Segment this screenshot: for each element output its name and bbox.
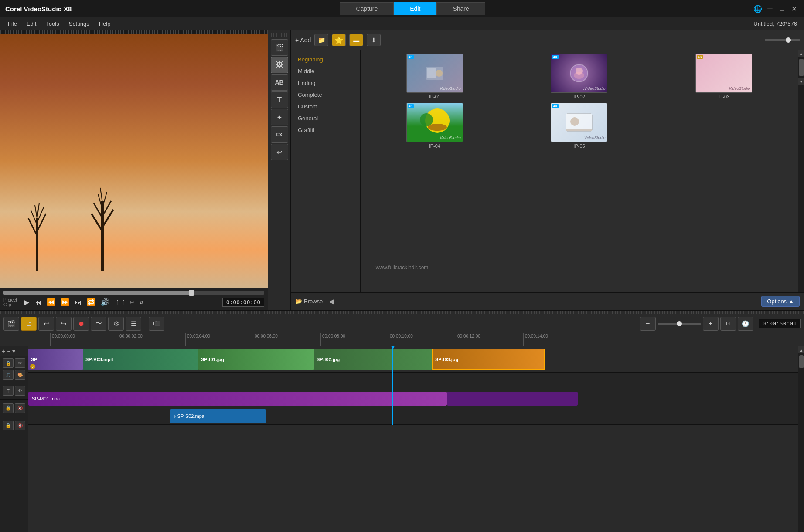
title-vis-button[interactable]: 👁 — [15, 386, 25, 396]
cat-beginning[interactable]: Beginning — [291, 54, 360, 65]
cat-ending[interactable]: Ending — [291, 77, 360, 89]
globe-icon[interactable]: 🌐 — [753, 5, 762, 13]
mark-out-button[interactable]: ] — [121, 298, 126, 306]
right-scrollbar[interactable]: ▲ ▼ — [798, 50, 804, 292]
video-mute-button[interactable]: 👁 — [15, 358, 25, 368]
mark-in-button[interactable]: [ — [115, 298, 119, 306]
video-lock-button[interactable]: 🔒 — [3, 358, 14, 368]
text-button[interactable]: AB — [271, 74, 288, 91]
maximize-button[interactable]: □ — [778, 5, 787, 13]
track-manager-button[interactable]: ☰ — [126, 317, 141, 331]
title-lock-button[interactable]: T — [3, 386, 14, 396]
video-color-btn[interactable]: 🎨 — [15, 370, 25, 380]
add-track-button[interactable]: + — [2, 348, 5, 355]
cat-general[interactable]: General — [291, 112, 360, 124]
tab-edit[interactable]: Edit — [394, 2, 436, 15]
remove-track-button[interactable]: − — [7, 348, 10, 355]
size-slider[interactable] — [765, 39, 800, 41]
cut-button[interactable]: ✂ — [128, 298, 136, 306]
clip-sp-i02[interactable]: SP-I02.jpg — [314, 349, 432, 370]
smart-proxy-button[interactable]: 〜 — [91, 317, 106, 331]
play-button[interactable]: ▶ — [22, 297, 31, 307]
audio-mute-button[interactable]: 🔇 — [15, 421, 25, 430]
step-forward-button[interactable]: ⏩ — [59, 297, 71, 307]
volume-button[interactable]: 🔊 — [99, 297, 111, 307]
record-button[interactable]: ⏺ — [73, 317, 89, 331]
playhead[interactable] — [392, 346, 393, 425]
skip-start-button[interactable]: ⏮ — [33, 298, 43, 307]
progress-bar[interactable] — [3, 291, 264, 295]
scroll-down-button[interactable]: ▼ — [798, 78, 804, 85]
thumbnail-ip01[interactable]: 4K VideoStudio IP-01 — [364, 54, 505, 99]
thumbnail-ip04[interactable]: 4K VideoStudio IP-04 — [364, 103, 505, 149]
redo-timeline-button[interactable]: ↪ — [56, 317, 72, 331]
collapse-panel-button[interactable]: ◀ — [326, 296, 337, 306]
fx-button[interactable]: FX — [271, 126, 288, 143]
progress-handle[interactable] — [189, 290, 194, 296]
browse-button[interactable]: 📂 Browse — [295, 298, 323, 305]
menu-help[interactable]: Help — [95, 19, 115, 29]
clip-sp[interactable]: SP ♪ — [28, 349, 83, 370]
thumbnail-ip02[interactable]: 4K .VideoStudio IP-02 — [509, 54, 650, 99]
video-audio-btn[interactable]: 🎵 — [3, 370, 14, 380]
track-options-button[interactable]: ▾ — [12, 348, 15, 355]
cat-middle[interactable]: Middle — [291, 65, 360, 77]
cat-graffiti[interactable]: Graffiti — [291, 124, 360, 136]
zoom-out-button[interactable]: − — [640, 317, 656, 331]
cat-custom[interactable]: Custom — [291, 101, 360, 112]
timeline-vscrollbar[interactable]: ▲ ▼ — [798, 346, 804, 532]
zoom-slider[interactable] — [658, 323, 701, 325]
folder-icon-button[interactable]: 📁 — [314, 34, 328, 46]
undo-button[interactable]: ↩ — [271, 144, 288, 160]
media-library-button[interactable]: 🎬 — [271, 39, 288, 56]
timeline-view-button[interactable]: 🎬 — [3, 317, 19, 331]
timecode-right-display[interactable]: 0:00:50:01 — [759, 319, 801, 328]
fit-timeline-button[interactable]: ⊡ — [720, 317, 736, 331]
thumbnail-ip03[interactable]: 4K VideoStudio IP-03 — [653, 54, 794, 99]
close-button[interactable]: ✕ — [790, 5, 799, 13]
timecode-display[interactable]: 0:00:00:00 — [222, 298, 264, 307]
thumbnail-ip05[interactable]: 4K VideoStudio IP-05 — [509, 103, 650, 149]
title-tool-button[interactable]: T⬛ — [149, 317, 164, 331]
storyboard-button[interactable]: 🗂 — [21, 317, 37, 331]
text-tool-button[interactable]: T — [271, 91, 288, 108]
settings-timeline-button[interactable]: ⚙ — [108, 317, 124, 331]
add-media-button[interactable]: + Add — [295, 37, 311, 44]
step-back-button[interactable]: ⏪ — [45, 297, 57, 307]
clock-button[interactable]: 🕐 — [738, 317, 753, 331]
undo-timeline-button[interactable]: ↩ — [38, 317, 54, 331]
music-clip[interactable]: SP-M01.mpa — [28, 392, 447, 406]
clip-sp-v03[interactable]: SP-V03.mp4 — [83, 349, 198, 370]
zoom-in-button[interactable]: + — [703, 317, 719, 331]
menu-tools[interactable]: Tools — [41, 19, 63, 29]
template-button[interactable]: ▬ — [349, 34, 363, 46]
tab-capture[interactable]: Capture — [340, 2, 394, 15]
clip-sp-i01[interactable]: SP-I01.jpg — [198, 349, 314, 370]
menu-settings[interactable]: Settings — [65, 19, 94, 29]
clip-sp-i03[interactable]: SP-I03.jpg — [432, 349, 545, 370]
minimize-button[interactable]: ─ — [766, 5, 774, 13]
effects-panel-button[interactable]: ⭐ — [332, 34, 346, 46]
vscroll-up[interactable]: ▲ — [798, 346, 804, 353]
titles-button[interactable]: 🖼 — [271, 57, 288, 73]
skip-end-button[interactable]: ⏭ — [73, 298, 83, 307]
audio-clip[interactable]: ♪ SP-S02.mpa — [170, 409, 266, 423]
scroll-thumb[interactable] — [799, 59, 804, 76]
music-clip-continuation[interactable] — [447, 392, 578, 406]
scroll-up-button[interactable]: ▲ — [798, 50, 804, 57]
music-mute-button[interactable]: 🔇 — [15, 403, 25, 413]
vscroll-thumb[interactable] — [799, 355, 804, 368]
tab-share[interactable]: Share — [436, 2, 485, 15]
repeat-button[interactable]: 🔁 — [85, 297, 97, 307]
menu-file[interactable]: File — [3, 19, 21, 29]
menu-edit[interactable]: Edit — [22, 19, 41, 29]
audio-lock-button[interactable]: 🔒 — [3, 421, 14, 430]
download-button[interactable]: ⬇ — [367, 34, 381, 46]
options-button[interactable]: Options ▲ — [761, 296, 800, 307]
music-lock-button[interactable]: 🔒 — [3, 403, 14, 413]
preview-drag-handle[interactable] — [0, 30, 268, 34]
timeline-tracks-right[interactable]: SP ♪ SP-V03.mp4 SP-I01.jpg SP-I02.jpg SP… — [28, 346, 798, 532]
copy-button[interactable]: ⧉ — [138, 298, 145, 306]
effects-button[interactable]: ✦ — [271, 109, 288, 125]
cat-complete[interactable]: Complete — [291, 89, 360, 101]
